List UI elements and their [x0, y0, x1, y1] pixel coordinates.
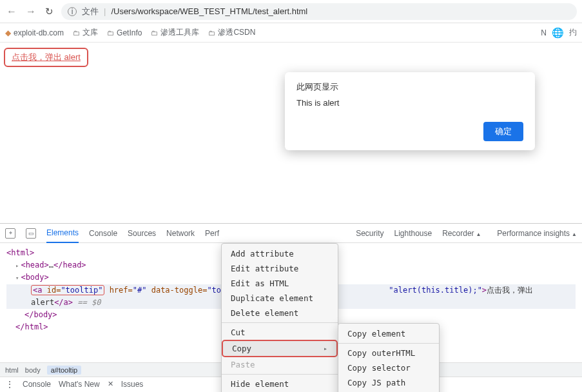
forward-button[interactable]: →: [24, 6, 37, 17]
reload-button[interactable]: ↻: [44, 6, 55, 17]
folder-icon: 🗀: [208, 29, 215, 37]
site-icon: ◆: [5, 28, 11, 37]
devtools-body: <html> <head>…</head> <body> <a id="tool…: [0, 243, 582, 362]
alert-title: 此网页显示: [296, 81, 523, 93]
sub-copy-selector[interactable]: Copy selector: [338, 360, 439, 375]
drawer-whatsnew[interactable]: What's New: [59, 380, 100, 389]
ctx-separator: [222, 374, 338, 375]
tab-perf-insights[interactable]: Performance insights: [497, 224, 577, 242]
page-content: 点击我，弹出 alert 此网页显示 This is alert 确定: [0, 43, 582, 223]
url-separator: |: [104, 6, 106, 16]
alert-link[interactable]: 点击我，弹出 alert: [4, 48, 88, 67]
ctx-edit-html[interactable]: Edit as HTML: [222, 276, 338, 291]
context-submenu-copy: Copy element Copy outerHTML Copy selecto…: [338, 323, 440, 392]
sub-copy-outerhtml[interactable]: Copy outerHTML: [338, 346, 439, 360]
folder-icon: 🗀: [107, 29, 114, 37]
alert-ok-button[interactable]: 确定: [483, 122, 523, 141]
folder-icon: 🗀: [151, 29, 158, 37]
close-icon[interactable]: ✕: [108, 380, 113, 388]
info-icon[interactable]: i: [68, 7, 77, 16]
bookmarks-right: N 🌐 扚: [541, 27, 577, 39]
ctx-edit-attribute[interactable]: Edit attribute: [222, 261, 338, 276]
bookmark-folder-1[interactable]: 🗀文库: [73, 27, 98, 38]
tab-security[interactable]: Security: [356, 224, 383, 242]
bookmarks-bar: ◆exploit-db.com 🗀文库 🗀GetInfo 🗀渗透工具库 🗀渗透C…: [0, 23, 582, 43]
browser-toolbar: ← → ↻ i 文件 | /Users/workspace/WEB_TEST_H…: [0, 0, 582, 23]
ctx-paste: Paste: [222, 357, 338, 372]
tab-network[interactable]: Network: [166, 224, 195, 242]
alert-message: This is alert: [296, 98, 523, 108]
url-bar[interactable]: i 文件 | /Users/workspace/WEB_TEST_HTML/te…: [61, 3, 577, 20]
folder-icon: 🗀: [73, 29, 80, 37]
devtools-panel: ⌖ ▭ Elements Console Sources Network Per…: [0, 223, 582, 391]
ctx-hide[interactable]: Hide element: [222, 377, 338, 391]
url-path: /Users/workspace/WEB_TEST_HTML/test_aler…: [111, 6, 307, 16]
js-alert-dialog: 此网页显示 This is alert 确定: [285, 72, 535, 150]
back-button[interactable]: ←: [5, 6, 18, 17]
bookmark-folder-4[interactable]: 🗀渗透CSDN: [208, 27, 255, 38]
context-menu: Add attribute Edit attribute Edit as HTM…: [221, 243, 338, 392]
tab-sources[interactable]: Sources: [128, 224, 156, 242]
bookmark-exploit-db[interactable]: ◆exploit-db.com: [5, 28, 64, 37]
chevron-right-icon: ▸: [324, 345, 327, 352]
partial-text: N: [541, 28, 547, 37]
crumb-html[interactable]: html: [5, 366, 19, 374]
crumb-body[interactable]: body: [25, 366, 41, 374]
crumb-selected[interactable]: a#tooltip: [47, 366, 82, 375]
inspect-icon[interactable]: ⌖: [5, 228, 15, 239]
ctx-separator: [338, 343, 439, 344]
ctx-delete[interactable]: Delete element: [222, 306, 338, 320]
url-prefix: 文件: [82, 6, 99, 17]
tab-lighthouse[interactable]: Lighthouse: [394, 224, 432, 242]
devtools-tabs: ⌖ ▭ Elements Console Sources Network Per…: [0, 224, 582, 243]
ctx-cut[interactable]: Cut: [222, 325, 338, 340]
ctx-copy[interactable]: Copy▸: [222, 340, 338, 357]
drawer-issues[interactable]: Issues: [121, 380, 144, 389]
tab-performance[interactable]: Perf: [205, 224, 219, 242]
ctx-add-attribute[interactable]: Add attribute: [222, 246, 338, 261]
globe-icon[interactable]: 🌐: [552, 27, 564, 39]
ctx-separator: [222, 322, 338, 323]
tab-recorder[interactable]: Recorder: [442, 224, 481, 242]
device-icon[interactable]: ▭: [26, 228, 36, 239]
sub-copy-element[interactable]: Copy element: [338, 326, 439, 341]
bookmark-folder-2[interactable]: 🗀GetInfo: [107, 28, 142, 37]
bookmark-folder-3[interactable]: 🗀渗透工具库: [151, 27, 199, 38]
tab-console[interactable]: Console: [89, 224, 117, 242]
drawer-console[interactable]: Console: [23, 380, 51, 389]
ctx-duplicate[interactable]: Duplicate element: [222, 291, 338, 306]
drawer-menu-icon[interactable]: ⋮: [5, 379, 15, 389]
partial-text: 扚: [569, 27, 577, 38]
tab-elements[interactable]: Elements: [46, 224, 79, 243]
sub-copy-jspath[interactable]: Copy JS path: [338, 375, 439, 390]
